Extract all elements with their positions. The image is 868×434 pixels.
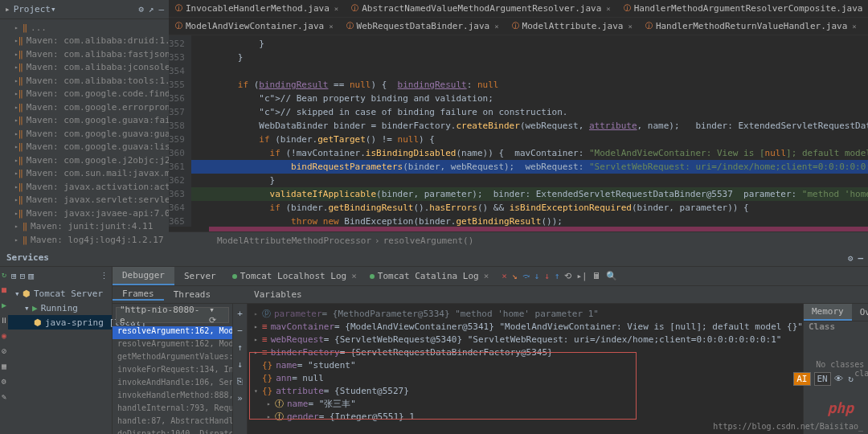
library-node[interactable]: ▸‖Maven: com.google.guava:failureaccess:…: [0, 114, 169, 128]
filter-icon[interactable]: ▥: [28, 271, 34, 281]
php-logo-watermark: php: [827, 399, 854, 416]
file-tab[interactable]: ⓙHandlerMethodArgumentResolverComposite.…: [617, 0, 868, 17]
library-node[interactable]: ▸‖Maven: com.google.j2objc:j2objc-annota…: [0, 154, 169, 167]
tab-server[interactable]: Server: [174, 267, 226, 285]
more-icon[interactable]: »: [237, 393, 243, 403]
library-node[interactable]: ▸‖Maven: javax:javaee-api:7.0: [0, 207, 169, 220]
tab-localhost-log[interactable]: Tomcat Localhost Log×: [226, 271, 363, 281]
file-tab[interactable]: ⓙWebRequestDataBinder.java×: [340, 18, 506, 35]
view-breakpoints-icon[interactable]: ◉: [2, 331, 6, 340]
variable-row[interactable]: ▸≡mavContainer = {ModelAndViewContainer@…: [248, 320, 803, 333]
hide-icon[interactable]: —: [158, 4, 164, 14]
variable-row[interactable]: ▸ⓕgender = {Integer@5551} 1: [248, 410, 803, 423]
variable-row[interactable]: ▸≡webRequest = {ServletWebRequest@5340} …: [248, 333, 803, 346]
copy-icon[interactable]: ⎘: [237, 376, 243, 387]
tab-variables[interactable]: Variables: [244, 289, 312, 300]
csdn-watermark: https://blog.csdn.net/Baisitao_: [713, 422, 863, 431]
code-editor[interactable]: 3523533543553563573583593603613623633643…: [169, 35, 868, 227]
file-tab[interactable]: ⓙAbstractNamedValueMethodArgumentResolve…: [345, 0, 616, 17]
library-node[interactable]: ▸‖Maven: com.google.guava:guava:28.0-jre: [0, 127, 169, 141]
file-tab[interactable]: ⓙModelAndViewContainer.java×: [169, 18, 340, 35]
memory-empty-msg: No classes loaded. Load classes: [804, 336, 868, 402]
new-watch-icon[interactable]: +: [237, 309, 243, 319]
code-content[interactable]: } } if (bindingResult == null) { binding…: [191, 35, 868, 227]
hide-icon[interactable]: —: [858, 253, 863, 264]
pin-icon[interactable]: ✎: [2, 392, 6, 401]
step-over-icon[interactable]: ⤼: [522, 271, 530, 281]
library-node[interactable]: ▸‖Maven: log4j:log4j:1.2.17: [0, 233, 169, 247]
library-node[interactable]: ▸‖Maven: javax.servlet:servlet-api:2.5: [0, 194, 169, 207]
library-node[interactable]: ▸‖Maven: com.alibaba:jconsole:1.8.0: [0, 61, 169, 75]
run-config-node[interactable]: ⬢java-spring [local]: [8, 315, 112, 330]
tab-frames[interactable]: Frames: [113, 289, 164, 301]
down-icon[interactable]: ↓: [237, 359, 243, 370]
tomcat-server-node[interactable]: ▾⬢Tomcat Server: [8, 286, 112, 301]
running-node[interactable]: ▾▶Running: [8, 301, 112, 315]
breadcrumb: ModelAttributeMethodProcessor›resolveArg…: [169, 231, 868, 249]
file-tab[interactable]: ⓙModelAttribute.java×: [506, 18, 639, 35]
variables-panel[interactable]: ▸ⓟparameter = {MethodParameter@5334} "me…: [248, 304, 803, 434]
step-into-icon[interactable]: ↓: [534, 271, 540, 281]
variable-row[interactable]: {}name = "student": [248, 358, 803, 371]
gear-icon[interactable]: ⚙: [848, 253, 854, 264]
stack-frame[interactable]: resolveArgument:162, ModelAttributeM: [113, 326, 232, 339]
library-node[interactable]: ▸‖Maven: junit:junit:4.11: [0, 220, 169, 234]
up-icon[interactable]: ↑: [237, 342, 243, 353]
stack-frame[interactable]: doDispatch:1040, DispatcherServlet (or: [113, 429, 232, 434]
tab-overhead[interactable]: Overhead: [852, 304, 868, 321]
pause-icon[interactable]: ⏸: [0, 316, 8, 325]
variable-row[interactable]: {}ann = null: [248, 371, 803, 384]
library-node[interactable]: ▸‖...: [0, 21, 169, 35]
stack-frame[interactable]: handleInternal:793, RequestMappingH: [113, 403, 232, 416]
rerun-icon[interactable]: ↻: [2, 270, 6, 279]
force-step-into-icon[interactable]: ↓: [544, 271, 550, 281]
library-node[interactable]: ▸‖Maven: com.google.guava:listenablefutu…: [0, 141, 169, 154]
expand-all-icon[interactable]: ⊞: [11, 271, 17, 281]
stack-frame[interactable]: resolveArgument:162, ModelAttributeMetho…: [113, 339, 232, 352]
gear-icon[interactable]: ⚙: [138, 4, 144, 14]
tab-catalina-log[interactable]: Tomcat Catalina Log×: [363, 271, 495, 281]
remove-watch-icon[interactable]: −: [237, 326, 243, 336]
run-to-cursor-icon[interactable]: ▸|: [576, 271, 587, 281]
step-out-icon[interactable]: ↑: [555, 271, 560, 281]
close-icon[interactable]: ×: [502, 271, 507, 281]
stack-frame[interactable]: invokeAndHandle:106, ServletInvocable: [113, 378, 232, 391]
evaluate-icon[interactable]: 🖩: [592, 271, 601, 281]
file-tab[interactable]: ⓙInvocableHandlerMethod.java×: [169, 0, 345, 17]
collapse-all-icon[interactable]: ⊟: [20, 271, 26, 281]
stop-icon[interactable]: ■: [2, 285, 6, 294]
services-tree: ⊞ ⊟ ▥ ⋮ ▾⬢Tomcat Server ▾▶Running ⬢java-…: [8, 267, 113, 434]
file-tab[interactable]: ⓙRequestParamMethodArgumentResolver.java…: [863, 18, 868, 35]
tab-threads[interactable]: Threads: [164, 289, 220, 300]
drop-frame-icon[interactable]: ⟲: [564, 271, 571, 281]
show-exec-point-icon[interactable]: ↘: [512, 271, 518, 281]
debug-side-toolbar: ↻ ■ ▶ ⏸ ◉ ⊘ ▦ ⚙ ✎: [0, 267, 8, 434]
variable-row[interactable]: ▸≡binderFactory = {ServletRequestDataBin…: [248, 346, 803, 358]
layout-icon[interactable]: ▦: [2, 362, 6, 371]
settings-icon[interactable]: ⚙: [2, 377, 6, 386]
services-toolwindow-header: Services ⚙ —: [0, 249, 868, 267]
library-node[interactable]: ▸‖Maven: javax.activation:activation:1.1: [0, 180, 169, 194]
library-node[interactable]: ▸‖Maven: com.google.code.findbugs:jsr305…: [0, 88, 169, 101]
thread-selector[interactable]: "http-nio-8080-e...▾ ⟳: [116, 307, 229, 323]
library-node[interactable]: ▸‖Maven: com.alibaba:tools:1.8.0: [0, 74, 169, 88]
library-node[interactable]: ▸‖Maven: com.google.errorprone:error_pro…: [0, 100, 169, 114]
tab-memory[interactable]: Memory: [804, 304, 852, 321]
stack-frame[interactable]: invokeForRequest:134, InvocableHandle: [113, 365, 232, 378]
resume-icon[interactable]: ▶: [2, 301, 6, 309]
tab-debugger[interactable]: Debugger: [113, 267, 174, 285]
variable-row[interactable]: ▾{}attribute = {Student@5527}: [248, 384, 803, 397]
library-node[interactable]: ▸‖Maven: com.sun.mail:javax.mail:1.5.0: [0, 167, 169, 181]
collapse-icon[interactable]: ↗: [149, 4, 154, 14]
variable-row[interactable]: ▸ⓟparameter = {MethodParameter@5334} "me…: [248, 307, 803, 320]
mute-breakpoints-icon[interactable]: ⊘: [2, 346, 6, 355]
file-tab[interactable]: ⓙHandlerMethodReturnValueHandler.java×: [639, 18, 863, 35]
stack-frame[interactable]: getMethodArgumentValues:167, Invocable: [113, 352, 232, 365]
library-node[interactable]: ▸‖Maven: com.alibaba:fastjson:1.2.39: [0, 47, 169, 61]
variable-row[interactable]: ▸ⓕname = "张三丰": [248, 397, 803, 410]
stack-frame[interactable]: invokeHandlerMethod:888, RequestMap: [113, 391, 232, 403]
library-node[interactable]: ▸‖Maven: com.alibaba:druid:1.0.18: [0, 35, 169, 48]
trace-icon[interactable]: 🔍: [606, 271, 617, 281]
stack-frame[interactable]: handle:87, AbstractHandlerMethodAda: [113, 416, 232, 429]
group-icon[interactable]: ⋮: [100, 271, 108, 281]
